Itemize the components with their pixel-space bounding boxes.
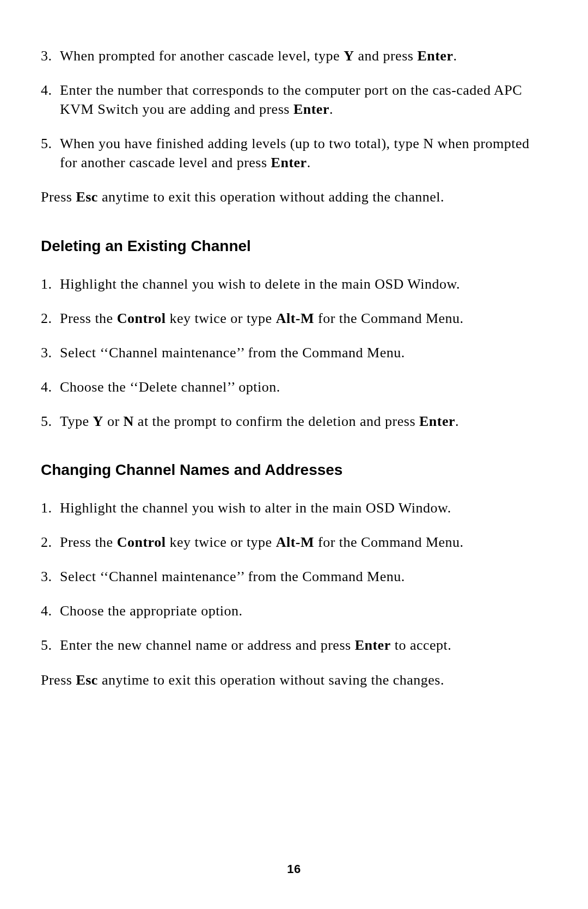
text: for the Command Menu. bbox=[314, 534, 464, 550]
text: key twice or type bbox=[166, 310, 275, 326]
list-number: 4. bbox=[41, 81, 52, 100]
text: Press bbox=[41, 672, 76, 688]
list-item: 3. Select ‘‘Channel maintenance’’ from t… bbox=[41, 567, 547, 586]
paragraph: Press Esc anytime to exit this operation… bbox=[41, 670, 547, 690]
list-item: 5. Enter the new channel name or address… bbox=[41, 636, 547, 655]
list-number: 3. bbox=[41, 567, 52, 586]
text: Type bbox=[60, 413, 93, 429]
text: anytime to exit this operation without a… bbox=[98, 189, 444, 205]
text: or bbox=[103, 413, 124, 429]
list-number: 1. bbox=[41, 274, 52, 294]
section-continued: 3. When prompted for another cascade lev… bbox=[41, 46, 547, 207]
bold-text: Esc bbox=[76, 672, 98, 688]
text: . bbox=[453, 48, 457, 64]
page-number: 16 bbox=[0, 862, 588, 876]
list-item: 1. Highlight the channel you wish to alt… bbox=[41, 498, 547, 517]
text: Choose the appropriate option. bbox=[60, 603, 243, 619]
bold-text: Enter bbox=[419, 413, 455, 429]
text: . bbox=[455, 413, 459, 429]
list-item: 4. Enter the number that corresponds to … bbox=[41, 81, 547, 119]
bold-text: Y bbox=[93, 413, 103, 429]
list-number: 2. bbox=[41, 533, 52, 552]
list-item: 3. Select ‘‘Channel maintenance’’ from t… bbox=[41, 343, 547, 362]
bold-text: Enter bbox=[417, 48, 453, 64]
text: . bbox=[329, 101, 333, 117]
list-item: 4. Choose the ‘‘Delete channel’’ option. bbox=[41, 377, 547, 396]
paragraph: Press Esc anytime to exit this operation… bbox=[41, 187, 547, 206]
text: to accept. bbox=[391, 637, 452, 653]
list-item: 2. Press the Control key twice or type A… bbox=[41, 533, 547, 552]
list-number: 4. bbox=[41, 601, 52, 620]
list-item: 5. When you have finished adding levels … bbox=[41, 134, 547, 172]
list-number: 5. bbox=[41, 412, 52, 431]
bold-text: Control bbox=[117, 310, 166, 326]
text: anytime to exit this operation without s… bbox=[98, 672, 444, 688]
text: Choose the ‘‘Delete channel’’ option. bbox=[60, 379, 280, 395]
text: Press the bbox=[60, 310, 117, 326]
text: Select ‘‘Channel maintenance’’ from the … bbox=[60, 345, 405, 361]
text: Highlight the channel you wish to delete… bbox=[60, 276, 460, 292]
list-item: 3. When prompted for another cascade lev… bbox=[41, 46, 547, 65]
list-number: 3. bbox=[41, 46, 52, 65]
list-number: 5. bbox=[41, 134, 52, 153]
list-number: 2. bbox=[41, 309, 52, 328]
bold-text: Alt-M bbox=[276, 534, 314, 550]
text: Press the bbox=[60, 534, 117, 550]
text: Select ‘‘Channel maintenance’’ from the … bbox=[60, 569, 405, 584]
text: Press bbox=[41, 189, 76, 205]
bold-text: Y bbox=[344, 48, 354, 64]
bold-text: Control bbox=[117, 534, 166, 550]
section-heading: Deleting an Existing Channel bbox=[41, 237, 547, 255]
text: for the Command Menu. bbox=[314, 310, 464, 326]
bold-text: Enter bbox=[293, 101, 329, 117]
text: . bbox=[307, 155, 311, 170]
section-heading: Changing Channel Names and Addresses bbox=[41, 461, 547, 479]
list-number: 3. bbox=[41, 343, 52, 362]
bold-text: Enter bbox=[271, 155, 307, 170]
text: When prompted for another cascade level,… bbox=[60, 48, 344, 64]
text: and press bbox=[354, 48, 417, 64]
bold-text: Enter bbox=[355, 637, 391, 653]
list-item: 4. Choose the appropriate option. bbox=[41, 601, 547, 620]
text: at the prompt to confirm the deletion an… bbox=[134, 413, 419, 429]
list-number: 1. bbox=[41, 498, 52, 517]
list-item: 1. Highlight the channel you wish to del… bbox=[41, 274, 547, 294]
bold-text: N bbox=[124, 413, 134, 429]
list-item: 5. Type Y or N at the prompt to confirm … bbox=[41, 412, 547, 431]
bold-text: Esc bbox=[76, 189, 98, 205]
section-changing: Changing Channel Names and Addresses 1. … bbox=[41, 461, 547, 690]
text: Enter the new channel name or address an… bbox=[60, 637, 355, 653]
section-deleting: Deleting an Existing Channel 1. Highligh… bbox=[41, 237, 547, 431]
list-number: 5. bbox=[41, 636, 52, 655]
text: Highlight the channel you wish to alter … bbox=[60, 500, 451, 516]
list-item: 2. Press the Control key twice or type A… bbox=[41, 309, 547, 328]
text: key twice or type bbox=[166, 534, 275, 550]
list-number: 4. bbox=[41, 377, 52, 396]
text: Enter the number that corresponds to the… bbox=[60, 82, 522, 117]
bold-text: Alt-M bbox=[276, 310, 314, 326]
